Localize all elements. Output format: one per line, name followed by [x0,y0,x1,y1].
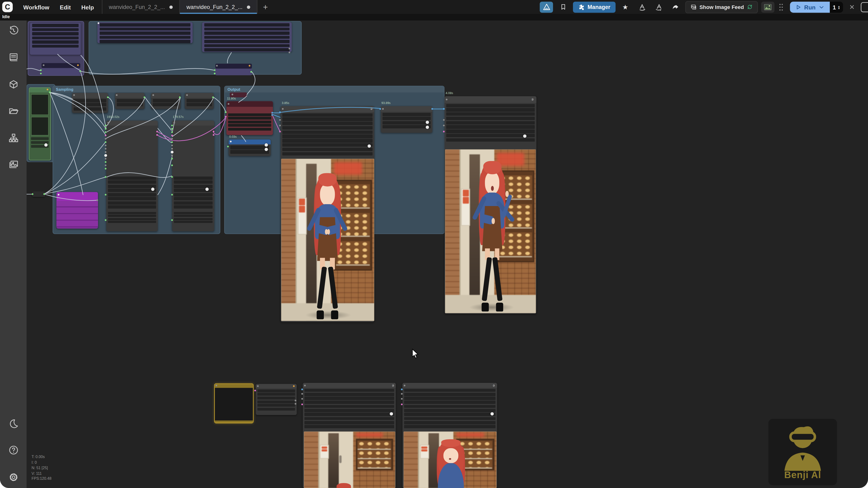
widget-row[interactable] [174,205,213,209]
bookmark-button[interactable] [557,1,570,12]
widget-row[interactable] [257,393,295,396]
stepper-arrows-icon[interactable]: ▲▼ [838,5,840,9]
widget-row[interactable] [446,104,535,107]
node-header[interactable] [115,93,144,98]
widget-row[interactable] [404,417,495,420]
widget-knob[interactable] [368,144,371,148]
widget-row[interactable] [108,218,156,220]
widget-row[interactable] [282,130,373,134]
widget-row[interactable] [404,425,495,428]
widget-row[interactable] [228,121,271,123]
widget-row[interactable] [446,125,535,129]
menu-help[interactable]: Help [81,3,94,10]
widget-row[interactable] [99,36,190,39]
widget-row[interactable] [204,36,289,39]
widget-row[interactable] [108,197,156,200]
canvas-tools-button[interactable] [540,1,553,12]
node-graph-canvas[interactable]: Sampling Output [0,0,868,488]
widget-row[interactable] [228,117,271,120]
clipboard-icon[interactable] [861,2,868,12]
widget-row[interactable] [446,108,535,111]
widget-row[interactable] [282,143,373,147]
widget-row[interactable] [99,40,190,43]
node-header[interactable] [106,121,158,126]
node-header[interactable] [402,383,497,388]
drag-handle[interactable] [778,1,784,12]
widget-row[interactable] [99,27,190,30]
widget-row[interactable] [282,152,373,156]
node-header[interactable] [303,383,396,388]
widget-row[interactable] [282,139,373,143]
widget-row[interactable] [174,221,213,223]
graph-node-decode[interactable] [226,101,273,135]
collapsed-node-header[interactable] [41,63,80,68]
graph-node-video-combine[interactable] [445,96,536,314]
widget-row[interactable] [108,221,156,223]
widget-row[interactable] [204,40,289,43]
manager-button[interactable]: Manager [573,1,615,12]
widget-row[interactable] [204,23,289,26]
widget-row[interactable] [404,405,495,408]
widget-row[interactable] [282,118,373,121]
widget-row[interactable] [204,48,289,51]
widget-row[interactable] [257,389,295,392]
widget-knob[interactable] [206,188,209,191]
new-tab-button[interactable]: + [263,2,268,11]
widget-row[interactable] [108,189,156,192]
graph-node[interactable] [151,93,181,109]
graph-node-save[interactable] [228,139,271,156]
sidebar-item-queue[interactable] [7,51,20,64]
widget-row[interactable] [404,409,495,412]
widget-row[interactable] [204,27,289,30]
widget-row[interactable] [117,99,143,102]
widget-row[interactable] [446,138,535,142]
menu-edit[interactable]: Edit [60,3,71,10]
widget-knob[interactable] [44,143,48,147]
widget-row[interactable] [174,212,213,214]
widget-row[interactable] [108,212,156,214]
widget-knob[interactable] [265,143,268,147]
graph-node-video-combine[interactable] [402,383,497,488]
widget-row[interactable] [174,181,213,184]
node-header[interactable] [226,101,273,106]
node-header[interactable] [445,96,536,103]
widget-row[interactable] [404,393,495,396]
graph-node-selected[interactable] [214,383,253,423]
widget-knob[interactable] [426,121,429,124]
widget-row[interactable] [174,197,213,200]
graph-node[interactable] [115,93,144,109]
sidebar-item-gallery[interactable] [7,158,20,171]
run-button[interactable]: Run [790,1,830,12]
widget-row[interactable] [108,215,156,217]
widget-row[interactable] [108,201,156,204]
widget-row[interactable] [230,145,269,149]
widget-row[interactable] [187,103,212,106]
help-button[interactable] [7,444,20,457]
graph-node-sampler[interactable] [172,121,214,231]
collapsed-node-header[interactable] [215,64,252,69]
widget-knob[interactable] [390,412,393,415]
widget-row[interactable] [32,36,79,39]
collapsed-node-body[interactable] [41,68,80,75]
graph-node[interactable] [256,384,297,415]
widget-row[interactable] [73,103,106,106]
widget-row[interactable] [32,32,79,35]
widget-row[interactable] [153,99,179,102]
models-button[interactable] [652,1,665,12]
widget-row[interactable] [446,112,535,116]
settings-button[interactable] [7,470,20,484]
sidebar-item-node-library[interactable] [7,77,20,91]
widget-row[interactable] [204,32,289,35]
widget-row[interactable] [305,413,394,416]
widget-row[interactable] [446,134,535,137]
widget-row[interactable] [108,176,156,180]
graph-node[interactable] [30,23,81,55]
video-preview[interactable] [281,159,374,321]
show-image-feed-button[interactable]: Show Image Feed [685,1,757,13]
widget-row[interactable] [382,125,431,128]
graph-node-green[interactable] [29,88,51,161]
widget-row[interactable] [404,397,495,400]
widget-knob[interactable] [523,134,526,138]
video-preview[interactable] [304,432,395,488]
widget-row[interactable] [108,185,156,188]
